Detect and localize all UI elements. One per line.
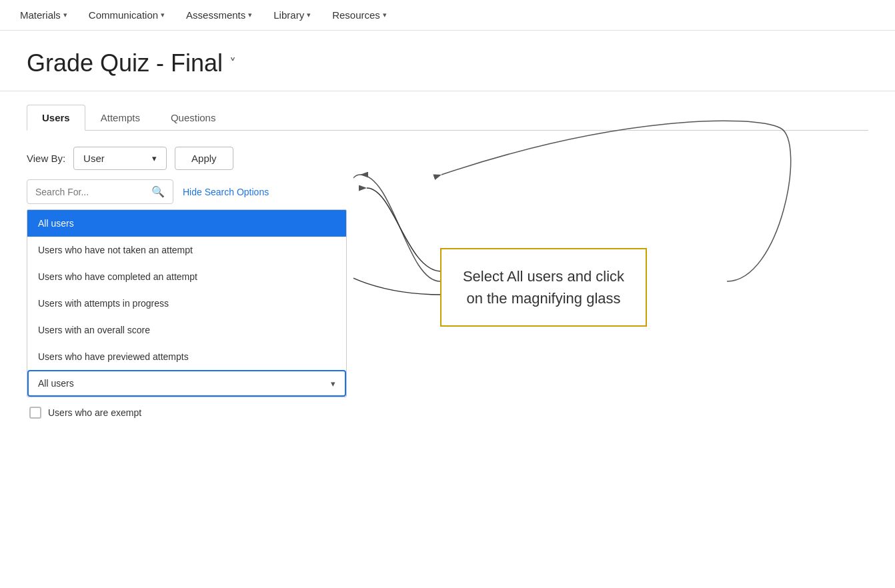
hide-search-options-link[interactable]: Hide Search Options (183, 187, 269, 197)
tab-attempts[interactable]: Attempts (85, 105, 155, 131)
dropdown-item-not-taken[interactable]: Users who have not taken an attempt (27, 237, 346, 263)
select-value-text: All users (38, 378, 331, 389)
exempt-label: Users who are exempt (48, 407, 141, 418)
apply-button[interactable]: Apply (175, 147, 233, 170)
all-users-select[interactable]: All users ▾ (27, 370, 346, 397)
view-by-select-text: User (83, 153, 105, 164)
dropdown-item-in-progress[interactable]: Users with attempts in progress (27, 290, 346, 317)
nav-assessments-label: Assessments (186, 9, 245, 21)
search-icon[interactable]: 🔍 (151, 185, 165, 198)
search-box: 🔍 (27, 179, 173, 204)
nav-library-label: Library (273, 9, 304, 21)
dropdown-list: All users Users who have not taken an at… (27, 209, 347, 397)
view-by-label: View By: (27, 153, 65, 164)
nav-assessments-chevron: ▾ (248, 11, 252, 19)
nav-assessments[interactable]: Assessments ▾ (186, 9, 252, 21)
select-chevron-icon: ▾ (331, 379, 335, 389)
top-nav: Materials ▾ Communication ▾ Assessments … (0, 0, 895, 31)
view-by-select[interactable]: User ▾ (73, 147, 167, 170)
dropdown-container: All users Users who have not taken an at… (27, 209, 347, 397)
annotation-text: Select All users and click on the magnif… (463, 268, 624, 307)
page-title-chevron[interactable]: ˅ (229, 55, 236, 71)
search-input[interactable] (35, 187, 146, 197)
nav-resources[interactable]: Resources ▾ (332, 9, 387, 21)
main-content: Users Attempts Questions View By: User ▾… (0, 91, 895, 461)
dropdown-item-completed[interactable]: Users who have completed an attempt (27, 263, 346, 290)
nav-resources-chevron: ▾ (383, 11, 387, 19)
tab-questions[interactable]: Questions (155, 105, 231, 131)
page-title: Grade Quiz - Final ˅ (27, 49, 868, 77)
nav-communication[interactable]: Communication ▾ (89, 9, 165, 21)
annotation-box: Select All users and click on the magnif… (440, 248, 647, 327)
nav-communication-chevron: ▾ (161, 11, 165, 19)
dropdown-item-all-users[interactable]: All users (27, 210, 346, 237)
nav-library-chevron: ▾ (307, 11, 311, 19)
dropdown-item-previewed[interactable]: Users who have previewed attempts (27, 343, 346, 370)
exempt-row: Users who are exempt (27, 407, 353, 419)
tab-users[interactable]: Users (27, 105, 85, 131)
nav-materials[interactable]: Materials ▾ (20, 9, 67, 21)
nav-materials-chevron: ▾ (63, 11, 67, 19)
chevron-down-icon: ▾ (152, 153, 157, 163)
nav-materials-label: Materials (20, 9, 61, 21)
nav-communication-label: Communication (89, 9, 158, 21)
nav-resources-label: Resources (332, 9, 380, 21)
exempt-checkbox[interactable] (29, 407, 41, 419)
dropdown-item-overall-score[interactable]: Users with an overall score (27, 317, 346, 343)
nav-library[interactable]: Library ▾ (273, 9, 311, 21)
